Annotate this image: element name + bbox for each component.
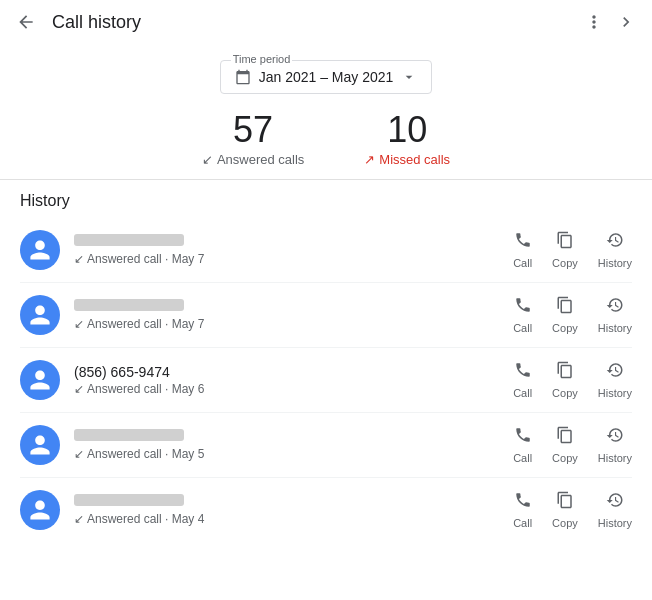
- missed-icon: ↗: [364, 152, 375, 167]
- time-period-container: Time period Jan 2021 – May 2021: [0, 60, 652, 94]
- call-info: ↙ Answered call · May 5: [74, 429, 513, 461]
- call-detail: ↙ Answered call · May 6: [74, 382, 513, 396]
- call-label: Call: [513, 452, 532, 464]
- history-action-button[interactable]: History: [598, 231, 632, 269]
- missed-calls-stat: 10 ↗ Missed calls: [364, 112, 450, 167]
- call-detail-text: Answered call · May 4: [87, 512, 204, 526]
- missed-calls-count: 10: [364, 112, 450, 148]
- call-item: ↙ Answered call · May 7 Call Copy: [20, 218, 632, 283]
- call-detail: ↙ Answered call · May 7: [74, 252, 513, 266]
- call-item: ↙ Answered call · May 7 Call Copy: [20, 283, 632, 348]
- history-icon: [606, 296, 624, 319]
- history-label: History: [598, 322, 632, 334]
- avatar: [20, 230, 60, 270]
- history-icon: [606, 491, 624, 514]
- call-action-button[interactable]: Call: [513, 361, 532, 399]
- copy-action-button[interactable]: Copy: [552, 361, 578, 399]
- call-info: ↙ Answered call · May 7: [74, 234, 513, 266]
- copy-action-button[interactable]: Copy: [552, 231, 578, 269]
- time-period-value: Jan 2021 – May 2021: [259, 69, 394, 85]
- call-list: ↙ Answered call · May 7 Call Copy: [20, 218, 632, 542]
- answered-check-icon: ↙: [74, 252, 84, 266]
- history-action-button[interactable]: History: [598, 426, 632, 464]
- call-icon: [514, 491, 532, 514]
- answered-check-icon: ↙: [74, 382, 84, 396]
- chevron-down-icon: [401, 69, 417, 85]
- history-icon: [606, 361, 624, 384]
- header-left: Call history: [12, 8, 141, 36]
- call-detail-text: Answered call · May 5: [87, 447, 204, 461]
- call-action-button[interactable]: Call: [513, 296, 532, 334]
- call-detail: ↙ Answered call · May 7: [74, 317, 513, 331]
- forward-button[interactable]: [612, 8, 640, 36]
- answered-calls-stat: 57 ↙ Answered calls: [202, 112, 304, 167]
- answered-calls-count: 57: [202, 112, 304, 148]
- history-label: History: [598, 257, 632, 269]
- copy-label: Copy: [552, 452, 578, 464]
- history-label: History: [598, 452, 632, 464]
- call-info: (856) 665-9474 ↙ Answered call · May 6: [74, 364, 513, 396]
- call-label: Call: [513, 322, 532, 334]
- history-title: History: [20, 192, 632, 210]
- copy-label: Copy: [552, 322, 578, 334]
- call-icon: [514, 296, 532, 319]
- history-action-button[interactable]: History: [598, 296, 632, 334]
- call-number-blurred: [74, 429, 184, 441]
- call-icon: [514, 426, 532, 449]
- header-actions: [580, 8, 640, 36]
- answered-check-icon: ↙: [74, 447, 84, 461]
- copy-icon: [556, 491, 574, 514]
- more-menu-button[interactable]: [580, 8, 608, 36]
- stats-container: 57 ↙ Answered calls 10 ↗ Missed calls: [0, 112, 652, 167]
- history-label: History: [598, 387, 632, 399]
- copy-icon: [556, 231, 574, 254]
- copy-label: Copy: [552, 387, 578, 399]
- header: Call history: [0, 0, 652, 44]
- answered-icon: ↙: [202, 152, 213, 167]
- call-actions: Call Copy History: [513, 231, 632, 269]
- call-detail: ↙ Answered call · May 4: [74, 512, 513, 526]
- answered-calls-label: ↙ Answered calls: [202, 152, 304, 167]
- history-label: History: [598, 517, 632, 529]
- history-action-button[interactable]: History: [598, 491, 632, 529]
- calendar-icon: [235, 69, 251, 85]
- copy-action-button[interactable]: Copy: [552, 426, 578, 464]
- call-actions: Call Copy History: [513, 426, 632, 464]
- call-action-button[interactable]: Call: [513, 491, 532, 529]
- copy-action-button[interactable]: Copy: [552, 491, 578, 529]
- copy-action-button[interactable]: Copy: [552, 296, 578, 334]
- answered-check-icon: ↙: [74, 317, 84, 331]
- copy-label: Copy: [552, 257, 578, 269]
- call-detail-text: Answered call · May 6: [87, 382, 204, 396]
- call-number-blurred: [74, 299, 184, 311]
- call-detail-text: Answered call · May 7: [87, 252, 204, 266]
- section-divider: [0, 179, 652, 180]
- call-action-button[interactable]: Call: [513, 426, 532, 464]
- call-actions: Call Copy History: [513, 296, 632, 334]
- call-number-blurred: [74, 234, 184, 246]
- call-number-blurred: [74, 494, 184, 506]
- history-section: History ↙ Answered call · May 7 Call: [0, 192, 652, 542]
- copy-icon: [556, 361, 574, 384]
- copy-icon: [556, 426, 574, 449]
- call-info: ↙ Answered call · May 7: [74, 299, 513, 331]
- call-number: (856) 665-9474: [74, 364, 194, 378]
- call-label: Call: [513, 257, 532, 269]
- history-action-button[interactable]: History: [598, 361, 632, 399]
- page-title: Call history: [52, 12, 141, 33]
- history-icon: [606, 426, 624, 449]
- avatar: [20, 360, 60, 400]
- copy-label: Copy: [552, 517, 578, 529]
- call-detail: ↙ Answered call · May 5: [74, 447, 513, 461]
- time-period-label: Time period: [231, 53, 293, 65]
- call-action-button[interactable]: Call: [513, 231, 532, 269]
- copy-icon: [556, 296, 574, 319]
- time-period-dropdown[interactable]: Time period Jan 2021 – May 2021: [220, 60, 433, 94]
- call-actions: Call Copy History: [513, 361, 632, 399]
- call-label: Call: [513, 517, 532, 529]
- call-icon: [514, 231, 532, 254]
- back-button[interactable]: [12, 8, 40, 36]
- avatar: [20, 425, 60, 465]
- call-icon: [514, 361, 532, 384]
- call-info: ↙ Answered call · May 4: [74, 494, 513, 526]
